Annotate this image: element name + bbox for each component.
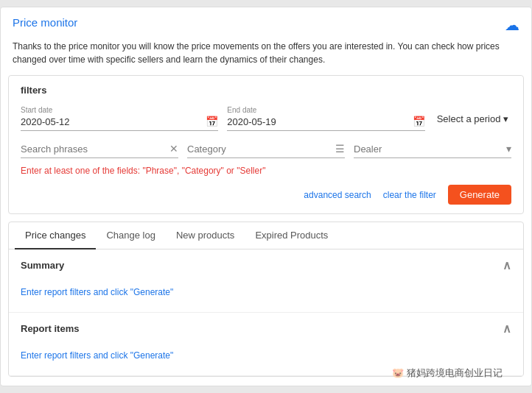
report-items-accordion-header[interactable]: Report items ∧	[9, 313, 523, 344]
dealer-icon: ▾	[506, 143, 511, 155]
summary-accordion-header[interactable]: Summary ∧	[9, 249, 523, 281]
page-title: Price monitor	[13, 16, 77, 29]
report-items-accordion: Report items ∧ Enter report filters and …	[9, 313, 523, 376]
tabs-header: Price changes Change log New products Ex…	[9, 222, 523, 249]
end-date-wrap: 📅	[227, 116, 424, 131]
start-date-input[interactable]	[21, 116, 206, 127]
end-date-input[interactable]	[227, 116, 412, 127]
select-period-button[interactable]: Select a period ▾	[434, 113, 511, 124]
validation-error: Enter at least one of the fields: "Phras…	[21, 166, 511, 176]
watermark: 🐷 猪妈跨境电商创业日记	[383, 361, 511, 386]
report-items-message: Enter report filters and click "Generate…	[21, 350, 511, 361]
start-date-wrap: 📅	[21, 116, 218, 131]
page-header: Price monitor ☁	[1, 7, 531, 40]
summary-accordion-body: Enter report filters and click "Generate…	[9, 281, 523, 312]
filters-title: filters	[21, 85, 511, 96]
tabs-section: Price changes Change log New products Ex…	[8, 222, 524, 377]
search-phrases-input[interactable]	[21, 144, 169, 155]
category-field: ☰	[187, 143, 345, 158]
start-date-group: Start date 📅	[21, 106, 218, 131]
tab-change-log[interactable]: Change log	[96, 222, 166, 249]
category-icon: ☰	[335, 143, 345, 155]
advanced-search-button[interactable]: advanced search	[304, 190, 371, 200]
search-phrases-field: ✕	[21, 143, 178, 158]
page-description: Thanks to the price monitor you will kno…	[1, 40, 531, 75]
tab-new-products[interactable]: New products	[166, 222, 245, 249]
search-row: ✕ ☰ ▾	[21, 143, 511, 158]
filters-section: filters Start date 📅 End date 📅 Select a…	[8, 75, 524, 214]
summary-accordion: Summary ∧ Enter report filters and click…	[9, 249, 523, 313]
clear-search-icon[interactable]: ✕	[169, 143, 178, 155]
summary-message: Enter report filters and click "Generate…	[21, 287, 511, 297]
report-items-accordion-body: Enter report filters and click "Generate…	[9, 344, 523, 375]
start-date-calendar-icon[interactable]: 📅	[206, 116, 218, 127]
tab-price-changes[interactable]: Price changes	[15, 222, 96, 249]
report-items-chevron-icon: ∧	[503, 322, 511, 336]
start-date-label: Start date	[21, 106, 218, 114]
summary-title: Summary	[21, 260, 64, 271]
clear-filter-button[interactable]: clear the filter	[383, 190, 436, 200]
tab-expired-products[interactable]: Expired Products	[245, 222, 338, 249]
summary-chevron-icon: ∧	[503, 258, 511, 272]
description-text: Thanks to the price monitor you will kno…	[13, 41, 500, 65]
report-items-title: Report items	[21, 323, 79, 334]
generate-button[interactable]: Generate	[448, 185, 511, 205]
date-row: Start date 📅 End date 📅 Select a period …	[21, 106, 511, 131]
watermark-text: 猪妈跨境电商创业日记	[407, 367, 503, 378]
action-row: advanced search clear the filter Generat…	[21, 185, 511, 205]
category-input[interactable]	[187, 144, 335, 155]
dealer-field: ▾	[354, 143, 511, 158]
cloud-icon: ☁	[505, 16, 519, 34]
watermark-icon: 🐷	[392, 367, 407, 378]
dealer-input[interactable]	[354, 144, 506, 155]
end-date-label: End date	[227, 106, 424, 114]
end-date-group: End date 📅	[227, 106, 424, 131]
end-date-calendar-icon[interactable]: 📅	[413, 116, 425, 127]
